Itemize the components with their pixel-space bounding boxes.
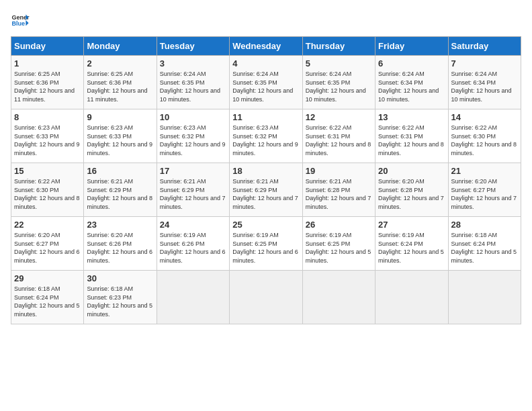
day-number: 27 (378, 220, 445, 230)
table-row (230, 271, 302, 324)
logo-icon: General Blue (11, 11, 30, 30)
day-number: 5 (306, 58, 372, 68)
table-row: 29 Sunrise: 6:18 AMSunset: 6:24 PMDaylig… (11, 271, 84, 324)
day-info: Sunrise: 6:19 AMSunset: 6:24 PMDaylight:… (378, 231, 445, 265)
day-number: 10 (160, 112, 226, 122)
table-row: 28 Sunrise: 6:18 AMSunset: 6:24 PMDaylig… (448, 217, 521, 271)
day-number: 21 (451, 166, 518, 176)
table-row (302, 271, 375, 324)
table-row: 8 Sunrise: 6:23 AMSunset: 6:33 PMDayligh… (11, 109, 84, 163)
day-header-monday: Monday (84, 37, 157, 56)
day-info: Sunrise: 6:20 AMSunset: 6:26 PMDaylight:… (87, 231, 153, 265)
day-number: 23 (87, 220, 153, 230)
day-info: Sunrise: 6:21 AMSunset: 6:29 PMDaylight:… (232, 177, 299, 211)
day-info: Sunrise: 6:25 AMSunset: 6:36 PMDaylight:… (14, 70, 81, 103)
day-number: 22 (14, 220, 81, 230)
table-row: 26 Sunrise: 6:19 AMSunset: 6:25 PMDaylig… (302, 217, 375, 271)
day-header-thursday: Thursday (302, 37, 375, 56)
table-row: 10 Sunrise: 6:23 AMSunset: 6:32 PMDaylig… (157, 109, 229, 163)
day-info: Sunrise: 6:24 AMSunset: 6:35 PMDaylight:… (160, 70, 226, 103)
day-info: Sunrise: 6:24 AMSunset: 6:35 PMDaylight:… (232, 70, 299, 103)
day-number: 30 (87, 273, 153, 283)
day-info: Sunrise: 6:21 AMSunset: 6:29 PMDaylight:… (160, 177, 226, 211)
table-row: 30 Sunrise: 6:18 AMSunset: 6:23 PMDaylig… (84, 271, 157, 324)
day-number: 7 (451, 58, 518, 68)
day-info: Sunrise: 6:20 AMSunset: 6:27 PMDaylight:… (14, 231, 81, 265)
table-row: 23 Sunrise: 6:20 AMSunset: 6:26 PMDaylig… (84, 217, 157, 271)
day-number: 24 (160, 220, 226, 230)
day-info: Sunrise: 6:18 AMSunset: 6:24 PMDaylight:… (451, 231, 518, 265)
day-info: Sunrise: 6:19 AMSunset: 6:25 PMDaylight:… (232, 231, 299, 265)
table-row: 22 Sunrise: 6:20 AMSunset: 6:27 PMDaylig… (11, 217, 84, 271)
table-row: 12 Sunrise: 6:22 AMSunset: 6:31 PMDaylig… (302, 109, 375, 163)
day-info: Sunrise: 6:23 AMSunset: 6:32 PMDaylight:… (160, 124, 226, 157)
day-number: 18 (232, 166, 299, 176)
table-row: 20 Sunrise: 6:20 AMSunset: 6:28 PMDaylig… (375, 163, 448, 217)
table-row: 4 Sunrise: 6:24 AMSunset: 6:35 PMDayligh… (230, 56, 302, 109)
svg-text:Blue: Blue (11, 20, 25, 27)
day-info: Sunrise: 6:24 AMSunset: 6:35 PMDaylight:… (306, 70, 372, 103)
day-header-sunday: Sunday (11, 37, 84, 56)
day-info: Sunrise: 6:25 AMSunset: 6:36 PMDaylight:… (87, 70, 153, 103)
day-number: 8 (14, 112, 81, 122)
day-info: Sunrise: 6:22 AMSunset: 6:30 PMDaylight:… (451, 124, 518, 157)
table-row: 27 Sunrise: 6:19 AMSunset: 6:24 PMDaylig… (375, 217, 448, 271)
day-number: 12 (306, 112, 372, 122)
day-number: 3 (160, 58, 226, 68)
day-number: 28 (451, 220, 518, 230)
table-row: 18 Sunrise: 6:21 AMSunset: 6:29 PMDaylig… (230, 163, 302, 217)
day-header-saturday: Saturday (448, 37, 521, 56)
day-number: 29 (14, 273, 81, 283)
day-info: Sunrise: 6:21 AMSunset: 6:29 PMDaylight:… (87, 177, 153, 211)
day-number: 15 (14, 166, 81, 176)
table-row: 14 Sunrise: 6:22 AMSunset: 6:30 PMDaylig… (448, 109, 521, 163)
table-row: 11 Sunrise: 6:23 AMSunset: 6:32 PMDaylig… (230, 109, 302, 163)
day-number: 14 (451, 112, 518, 122)
day-header-friday: Friday (375, 37, 448, 56)
day-number: 9 (87, 112, 153, 122)
day-info: Sunrise: 6:22 AMSunset: 6:31 PMDaylight:… (378, 124, 445, 157)
day-info: Sunrise: 6:21 AMSunset: 6:28 PMDaylight:… (306, 177, 372, 211)
table-row (448, 271, 521, 324)
day-number: 11 (232, 112, 299, 122)
day-info: Sunrise: 6:18 AMSunset: 6:23 PMDaylight:… (87, 285, 153, 318)
table-row: 21 Sunrise: 6:20 AMSunset: 6:27 PMDaylig… (448, 163, 521, 217)
day-header-wednesday: Wednesday (230, 37, 302, 56)
table-row: 16 Sunrise: 6:21 AMSunset: 6:29 PMDaylig… (84, 163, 157, 217)
day-number: 13 (378, 112, 445, 122)
header: General Blue (11, 11, 521, 30)
day-number: 17 (160, 166, 226, 176)
day-number: 4 (232, 58, 299, 68)
day-info: Sunrise: 6:22 AMSunset: 6:31 PMDaylight:… (306, 124, 372, 157)
table-row: 13 Sunrise: 6:22 AMSunset: 6:31 PMDaylig… (375, 109, 448, 163)
day-number: 2 (87, 58, 153, 68)
table-row: 5 Sunrise: 6:24 AMSunset: 6:35 PMDayligh… (302, 56, 375, 109)
day-number: 26 (306, 220, 372, 230)
table-row: 2 Sunrise: 6:25 AMSunset: 6:36 PMDayligh… (84, 56, 157, 109)
day-info: Sunrise: 6:20 AMSunset: 6:27 PMDaylight:… (451, 177, 518, 211)
day-header-tuesday: Tuesday (157, 37, 229, 56)
table-row: 9 Sunrise: 6:23 AMSunset: 6:33 PMDayligh… (84, 109, 157, 163)
day-info: Sunrise: 6:19 AMSunset: 6:25 PMDaylight:… (306, 231, 372, 265)
day-number: 25 (232, 220, 299, 230)
day-info: Sunrise: 6:23 AMSunset: 6:33 PMDaylight:… (14, 124, 81, 157)
day-info: Sunrise: 6:24 AMSunset: 6:34 PMDaylight:… (451, 70, 518, 103)
day-number: 19 (306, 166, 372, 176)
day-info: Sunrise: 6:19 AMSunset: 6:26 PMDaylight:… (160, 231, 226, 265)
day-info: Sunrise: 6:18 AMSunset: 6:24 PMDaylight:… (14, 285, 81, 318)
table-row: 15 Sunrise: 6:22 AMSunset: 6:30 PMDaylig… (11, 163, 84, 217)
table-row: 19 Sunrise: 6:21 AMSunset: 6:28 PMDaylig… (302, 163, 375, 217)
table-row: 17 Sunrise: 6:21 AMSunset: 6:29 PMDaylig… (157, 163, 229, 217)
table-row: 25 Sunrise: 6:19 AMSunset: 6:25 PMDaylig… (230, 217, 302, 271)
table-row: 3 Sunrise: 6:24 AMSunset: 6:35 PMDayligh… (157, 56, 229, 109)
table-row: 1 Sunrise: 6:25 AMSunset: 6:36 PMDayligh… (11, 56, 84, 109)
table-row: 6 Sunrise: 6:24 AMSunset: 6:34 PMDayligh… (375, 56, 448, 109)
day-number: 1 (14, 58, 81, 68)
day-number: 20 (378, 166, 445, 176)
day-info: Sunrise: 6:23 AMSunset: 6:33 PMDaylight:… (87, 124, 153, 157)
day-number: 16 (87, 166, 153, 176)
logo: General Blue (11, 11, 34, 30)
day-info: Sunrise: 6:20 AMSunset: 6:28 PMDaylight:… (378, 177, 445, 211)
table-row (375, 271, 448, 324)
table-row: 24 Sunrise: 6:19 AMSunset: 6:26 PMDaylig… (157, 217, 229, 271)
